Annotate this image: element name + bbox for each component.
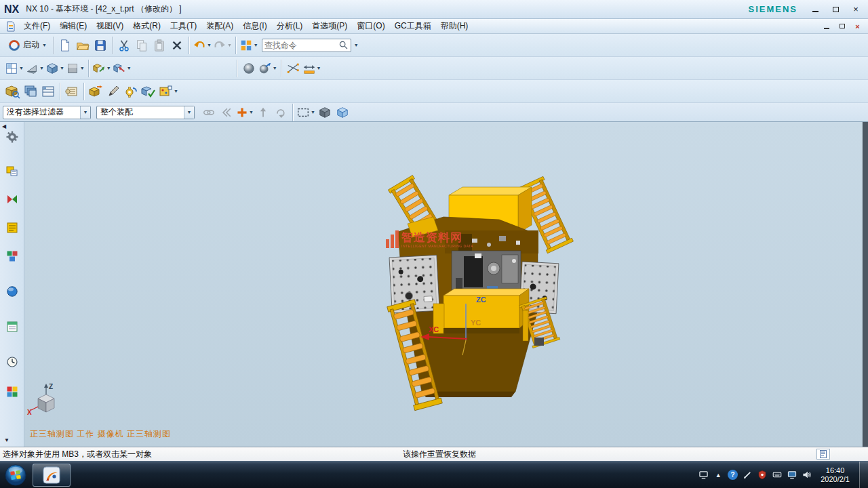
tray-expand-button[interactable]: ▲ <box>713 470 724 481</box>
dropdown-arrow-icon[interactable]: ▼ <box>207 43 212 47</box>
tray-customize-button[interactable] <box>698 470 709 481</box>
tray-help-icon[interactable]: ? <box>728 470 738 480</box>
prev-selection-button[interactable] <box>218 104 235 121</box>
dropdown-arrow-icon[interactable]: ▼ <box>106 66 111 70</box>
start-button[interactable] <box>3 462 28 488</box>
tray-keyboard-icon[interactable] <box>772 470 783 481</box>
render-style-button[interactable]: ▼ <box>65 60 85 77</box>
cut-button[interactable] <box>115 37 133 54</box>
roles-gear-button[interactable] <box>5 131 19 143</box>
touch-layout-button[interactable]: ▼ <box>239 37 259 54</box>
select-parent-button[interactable] <box>254 104 272 121</box>
find-component-button[interactable] <box>4 83 22 100</box>
hd3d-tools-button[interactable] <box>5 285 19 298</box>
minimize-button[interactable] <box>810 5 821 14</box>
measure-button[interactable]: ▼ <box>302 60 322 77</box>
tray-security-icon[interactable] <box>757 470 768 481</box>
undo-button[interactable]: ▼ <box>192 37 212 54</box>
resource-expand-icon[interactable]: ▼ <box>4 437 9 443</box>
solid-body-filter-button[interactable] <box>316 104 334 121</box>
dropdown-arrow-icon[interactable]: ▼ <box>127 66 132 70</box>
open-component-button[interactable] <box>22 83 39 100</box>
menu-window[interactable]: 窗口(O) <box>352 19 389 33</box>
move-component-button[interactable] <box>87 83 104 100</box>
status-note-button[interactable] <box>816 449 830 460</box>
dropdown-arrow-icon[interactable]: ▼ <box>254 43 258 47</box>
reselect-button[interactable] <box>272 104 290 121</box>
dropdown-arrow-icon[interactable]: ▼ <box>273 66 277 70</box>
history-button[interactable] <box>5 356 19 368</box>
combo-dropdown-icon[interactable]: ▼ <box>80 106 90 119</box>
taskbar-nx-button[interactable] <box>33 464 71 487</box>
component-list-button[interactable] <box>39 83 57 100</box>
update-arrangement-button[interactable] <box>140 83 157 100</box>
part-navigator-button[interactable] <box>5 222 19 234</box>
child-restore-button[interactable] <box>837 22 847 30</box>
snap-point-button[interactable] <box>284 60 302 77</box>
viewport-3d[interactable]: ZC YC XC Z X <box>24 122 863 447</box>
child-minimize-button[interactable] <box>821 22 831 30</box>
menu-preferences[interactable]: 首选项(P) <box>307 19 352 33</box>
save-button[interactable] <box>92 37 109 54</box>
hide-component-button[interactable]: ▼ <box>112 60 132 77</box>
show-desktop-button[interactable] <box>859 462 868 488</box>
marquee-select-button[interactable]: ▼ <box>296 104 316 121</box>
true-shading-button[interactable] <box>240 60 258 77</box>
more-assembly-button[interactable]: ▼ <box>157 83 179 100</box>
tray-display-icon[interactable] <box>787 470 797 481</box>
menu-gc-toolbox[interactable]: GC工具箱 <box>390 19 436 33</box>
maximize-button[interactable] <box>830 5 841 14</box>
analysis-sphere-button[interactable]: ▼ <box>258 60 278 77</box>
child-close-button[interactable]: × <box>852 22 863 30</box>
start-menu-button[interactable]: 启动 ▼ <box>4 37 50 54</box>
assembly-navigator-button[interactable] <box>5 165 19 177</box>
menu-analysis[interactable]: 分析(L) <box>272 19 308 33</box>
view-cube-button[interactable]: ▼ <box>45 60 65 77</box>
menu-tools[interactable]: 工具(T) <box>165 19 201 33</box>
dropdown-arrow-icon[interactable]: ▼ <box>39 66 44 70</box>
window-layout-button[interactable]: ▼ <box>4 60 24 77</box>
system-materials-button[interactable] <box>5 386 19 398</box>
taskbar-clock[interactable]: 16:40 2020/2/1 <box>821 466 850 484</box>
close-button[interactable]: × <box>850 5 861 14</box>
menu-help[interactable]: 帮助(H) <box>436 19 473 33</box>
edit-suppress-button[interactable] <box>104 83 122 100</box>
dropdown-arrow-icon[interactable]: ▼ <box>249 110 254 115</box>
add-to-selection-button[interactable]: ▼ <box>235 104 254 121</box>
menu-edit[interactable]: 编辑(E) <box>55 19 92 33</box>
resource-collapse-icon[interactable]: ◀ <box>2 123 6 129</box>
dropdown-arrow-icon[interactable]: ▼ <box>80 66 85 70</box>
assembly-constraint-button[interactable] <box>122 83 140 100</box>
menu-format[interactable]: 格式(R) <box>128 19 165 33</box>
new-file-button[interactable] <box>56 37 74 54</box>
show-hide-button[interactable]: ▼ <box>92 60 112 77</box>
delete-button[interactable] <box>168 37 186 54</box>
dropdown-arrow-icon[interactable]: ▼ <box>60 66 64 70</box>
tray-volume-icon[interactable] <box>802 470 812 481</box>
menu-information[interactable]: 信息(I) <box>238 19 271 33</box>
search-input[interactable] <box>264 41 338 50</box>
search-dropdown-arrow-icon[interactable]: ▼ <box>354 43 359 47</box>
right-resource-strip[interactable] <box>863 122 868 447</box>
copy-button[interactable] <box>133 37 151 54</box>
dropdown-arrow-icon[interactable]: ▼ <box>174 89 178 94</box>
combo-dropdown-icon[interactable]: ▼ <box>184 106 194 119</box>
transparent-body-filter-button[interactable] <box>334 104 351 121</box>
view-orient-button[interactable]: ▼ <box>24 60 45 77</box>
dropdown-arrow-icon[interactable]: ▼ <box>19 66 24 70</box>
redo-button[interactable]: ▼ <box>212 37 233 54</box>
open-file-button[interactable] <box>74 37 92 54</box>
selection-scope-combo[interactable]: 整个装配 ▼ <box>96 106 195 119</box>
dropdown-arrow-icon[interactable]: ▼ <box>311 110 315 115</box>
drawing-sheet-button[interactable] <box>63 83 81 100</box>
web-browser-button[interactable] <box>5 321 19 333</box>
menu-view[interactable]: 视图(V) <box>92 19 128 33</box>
menu-assemblies[interactable]: 装配(A) <box>201 19 238 33</box>
command-finder[interactable] <box>262 39 351 52</box>
paste-button[interactable] <box>151 37 168 54</box>
dropdown-arrow-icon[interactable]: ▼ <box>317 66 321 70</box>
reuse-library-button[interactable] <box>5 250 19 262</box>
dropdown-arrow-icon[interactable]: ▼ <box>227 43 232 47</box>
dropdown-arrow-icon[interactable]: ▼ <box>42 43 47 47</box>
constraint-navigator-button[interactable] <box>5 193 19 205</box>
